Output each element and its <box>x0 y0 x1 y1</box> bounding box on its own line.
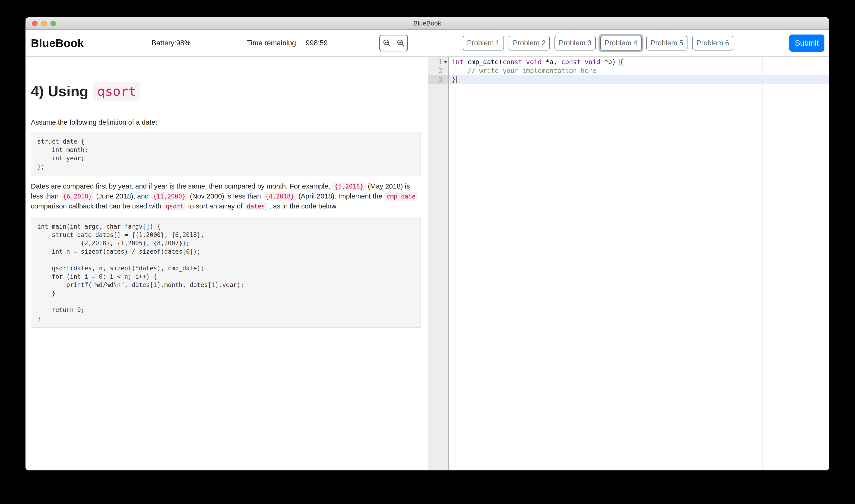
token-keyword: void <box>585 58 600 66</box>
window-title: BlueBook <box>25 17 829 29</box>
inline-code: cmp_date <box>384 192 418 201</box>
token-keyword: const <box>561 58 581 66</box>
code-block-struct-date: struct date { int month; int year; }; <box>31 132 421 176</box>
problem-tab-4[interactable]: Problem 4 <box>600 36 642 51</box>
editor-code-area[interactable]: int cmp_date(const void *a, const void *… <box>449 57 829 470</box>
problem-pane-inner: 4) Using qsort Assume the following defi… <box>25 82 428 328</box>
editor-lines: int cmp_date(const void *a, const void *… <box>449 58 829 84</box>
time-remaining-value: 998:59 <box>306 39 328 47</box>
paragraph-text: (Nov 2000) is less than <box>188 192 263 200</box>
submit-button[interactable]: Submit <box>789 35 824 52</box>
text-cursor <box>456 76 457 84</box>
gutter-line-number: 1 <box>428 58 448 67</box>
code-line: // write your implementation here <box>449 67 829 75</box>
inline-code: qsort <box>163 202 186 211</box>
code-line: int cmp_date(const void *a, const void *… <box>449 58 829 67</box>
problem-title-text: 4) Using <box>31 83 89 100</box>
token-keyword: void <box>526 58 541 66</box>
time-remaining-label: Time remaining <box>247 39 296 47</box>
zoom-in-button[interactable] <box>394 35 407 51</box>
main-content: 4) Using qsort Assume the following defi… <box>25 57 829 470</box>
paragraph-text: , as in the code below. <box>267 202 338 210</box>
battery-status: Battery:98% <box>152 39 191 47</box>
window-titlebar[interactable]: BlueBook <box>25 17 829 30</box>
problem-title: 4) Using qsort <box>31 82 421 101</box>
problem-tab-5[interactable]: Problem 5 <box>646 36 688 51</box>
problem-pane: 4) Using qsort Assume the following defi… <box>25 57 428 470</box>
problem-paragraph: Dates are compared first by year, and if… <box>31 181 421 211</box>
problem-tab-3[interactable]: Problem 3 <box>554 36 596 51</box>
token-plain: *b) <box>600 58 620 66</box>
token-bracket-match: { <box>620 58 624 66</box>
code-editor: 123 int cmp_date(const void *a, const vo… <box>428 57 829 470</box>
problem-tab-1[interactable]: Problem 1 <box>463 36 504 51</box>
code-block-main: int main(int argc, char *argv[]) { struc… <box>31 217 421 328</box>
token-plain <box>581 58 585 66</box>
magnifier-minus-icon <box>382 38 392 48</box>
app-header: BlueBook Battery:98% Time remaining 998:… <box>25 30 829 57</box>
time-remaining: Time remaining 998:59 <box>247 39 328 47</box>
gutter-line-number: 2 <box>428 67 448 75</box>
inline-code: {5,2018} <box>332 182 366 191</box>
problem-tab-6[interactable]: Problem 6 <box>692 36 733 51</box>
inline-code: {6,2018} <box>60 192 94 201</box>
zoom-out-button[interactable] <box>380 35 394 51</box>
editor-gutter: 123 <box>428 57 449 470</box>
token-plain: } <box>452 76 456 84</box>
token-plain <box>452 67 467 75</box>
inline-code: {11,2000} <box>150 192 188 201</box>
paragraph-text: (April 2018). Implement the <box>297 192 385 200</box>
problem-title-code: qsort <box>93 82 141 101</box>
app-logo: BlueBook <box>31 37 84 50</box>
token-keyword: int <box>452 58 464 66</box>
token-plain: cmp_date( <box>464 58 503 66</box>
token-plain <box>522 58 526 66</box>
title-divider <box>31 107 421 107</box>
token-plain: *a, <box>542 58 561 66</box>
token-keyword: const <box>503 58 522 66</box>
paragraph-text: comparison callback that can be used wit… <box>31 202 163 210</box>
app-window: BlueBook BlueBook Battery:98% Time remai… <box>25 17 829 470</box>
problem-intro: Assume the following definition of a dat… <box>31 118 421 126</box>
print-margin-line <box>762 57 763 470</box>
text-zoom-controls <box>379 35 408 51</box>
paragraph-text: Dates are compared first by year, and if… <box>31 182 332 190</box>
paragraph-text: to sort an array of <box>186 202 245 210</box>
code-line: } <box>449 75 829 84</box>
fold-arrow-icon[interactable] <box>444 61 447 64</box>
problem-tabs: Problem 1Problem 2Problem 3Problem 4Prob… <box>463 36 733 51</box>
inline-code: {4,2018} <box>263 192 297 201</box>
magnifier-plus-icon <box>396 38 406 48</box>
inline-code: dates <box>245 202 267 211</box>
gutter-line-number: 3 <box>428 75 448 84</box>
token-comment: // write your implementation here <box>467 67 596 75</box>
paragraph-text: (June 2018), and <box>94 192 151 200</box>
problem-tab-2[interactable]: Problem 2 <box>509 36 550 51</box>
